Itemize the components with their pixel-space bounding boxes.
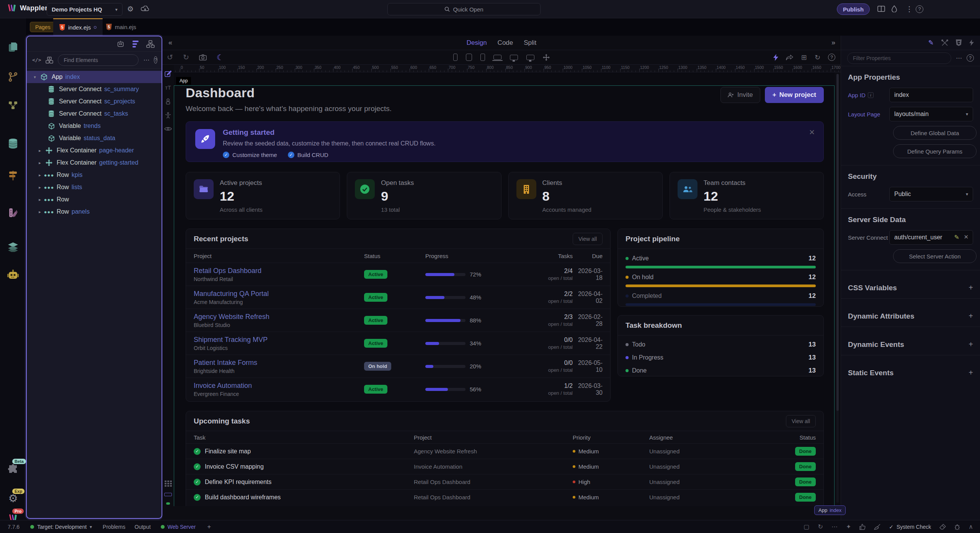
thumbs-up-icon[interactable] [859, 524, 866, 530]
project-link[interactable]: Retail Ops Dashboard [194, 267, 364, 275]
screenshot-camera-icon[interactable] [199, 54, 207, 60]
pages-panel-icon[interactable] [7, 41, 19, 53]
project-link[interactable]: Patient Intake Forms [194, 359, 364, 367]
close-icon[interactable]: ✕ [809, 128, 815, 137]
plus-icon[interactable]: + [969, 312, 973, 320]
chevron-right-icon[interactable]: ▸ [37, 173, 42, 178]
tree-item-row[interactable]: ▸ ●●● Row kpis [27, 169, 162, 181]
access-select[interactable]: Public▾ [889, 187, 973, 201]
tree-item-flex-container[interactable]: ▸ Flex Container page-header [27, 144, 162, 157]
text-format-icon[interactable]: ᴛT [165, 85, 171, 91]
target-selector[interactable]: Target: Development ▾ [30, 524, 92, 530]
ruler-toggle-icon[interactable] [164, 493, 172, 496]
tree-item-server-connect[interactable]: Server Connect sc_projects [27, 95, 162, 108]
section-dynamic-attributes[interactable]: Dynamic Attributes+ [848, 306, 973, 327]
edit-pencil-icon[interactable] [165, 70, 172, 77]
dark-mode-moon-icon[interactable]: ☾ [217, 53, 224, 62]
view-all-button[interactable]: View all [786, 415, 816, 427]
server-connect-input[interactable] [889, 230, 973, 245]
extensions-puzzle-icon[interactable] [7, 463, 19, 474]
plus-icon[interactable]: + [969, 283, 973, 292]
section-css-variables[interactable]: CSS Variables+ [848, 277, 973, 298]
layout-columns-icon[interactable] [877, 6, 885, 12]
filter-properties-input[interactable] [847, 52, 951, 64]
tree-item-variable[interactable]: Variable trends [27, 120, 162, 132]
window-icon[interactable]: ▢ [804, 523, 809, 530]
chevron-right-icon[interactable]: ▸ [37, 148, 42, 153]
sparkles-icon[interactable]: ✦ [846, 523, 851, 530]
bolt-icon[interactable] [969, 39, 974, 46]
open-in-browser-icon[interactable] [786, 54, 794, 60]
eraser-icon[interactable] [939, 524, 946, 530]
tree-item-app[interactable]: ▾ App index [27, 71, 162, 83]
layout-page-select[interactable]: layouts/main▾ [889, 107, 973, 121]
chevron-right-icon[interactable]: ▸ [37, 185, 42, 190]
element-anchor-icon[interactable] [166, 98, 170, 105]
clear-icon[interactable]: ✕ [964, 234, 969, 240]
collapse-right-icon[interactable]: » [831, 39, 835, 47]
more-options-icon[interactable]: ⋯ [143, 56, 149, 64]
tree-item-variable[interactable]: Variable status_data [27, 132, 162, 144]
code-icon[interactable]: </> [32, 57, 41, 63]
app-id-input[interactable] [889, 88, 973, 102]
accessibility-icon[interactable] [165, 112, 171, 119]
new-project-button[interactable]: + New project [765, 87, 824, 103]
phone-portrait-icon[interactable] [453, 54, 457, 61]
components-icon[interactable] [46, 57, 53, 64]
selected-element-breadcrumb[interactable]: App index [814, 505, 846, 515]
tree-item-row[interactable]: ▸ ●●● Row panels [27, 206, 162, 218]
more-options-icon[interactable]: ⋯ [956, 54, 962, 62]
git-branch-icon[interactable] [7, 71, 19, 83]
desktop-icon[interactable] [510, 55, 518, 60]
select-server-action-button[interactable]: Select Server Action [893, 249, 977, 263]
project-link[interactable]: Agency Website Refresh [194, 313, 364, 321]
laptop-icon[interactable] [493, 55, 501, 60]
plus-icon[interactable]: + [969, 368, 973, 377]
help-icon[interactable]: ? [916, 5, 923, 13]
css-shield-icon[interactable] [956, 39, 962, 46]
invite-button[interactable]: Invite [720, 87, 760, 103]
database-icon[interactable] [7, 138, 19, 149]
settings-gear-icon[interactable]: ⚙ [127, 5, 134, 13]
pages-button[interactable]: Pages [30, 22, 56, 32]
chevron-down-icon[interactable]: ▾ [32, 75, 38, 80]
dynamic-data-bolt-icon[interactable] [773, 54, 778, 61]
redo-icon[interactable]: ↻ [183, 53, 189, 62]
tree-item-row[interactable]: ▸ ●●● Row [27, 193, 162, 206]
cloud-download-icon[interactable] [141, 6, 149, 12]
grid-toggle-icon[interactable] [165, 481, 172, 487]
web-server-button[interactable]: Web Server [161, 524, 196, 530]
output-button[interactable]: Output [135, 524, 151, 530]
design-palette-icon[interactable] [7, 207, 19, 218]
quick-open-search[interactable]: Quick Open [387, 3, 541, 15]
system-check-button[interactable]: ✓System Check [889, 524, 931, 530]
eye-icon[interactable] [164, 126, 172, 131]
define-query-params-button[interactable]: Define Query Params [893, 144, 977, 158]
project-link[interactable]: Manufacturing QA Portal [194, 290, 364, 298]
qr-code-icon[interactable]: ⊞ [801, 53, 807, 62]
theme-drop-icon[interactable] [891, 5, 897, 12]
phone-icon[interactable] [480, 54, 485, 61]
tablet-icon[interactable] [466, 54, 472, 61]
project-link[interactable]: Invoice Automation [194, 382, 364, 390]
publish-button[interactable]: Publish [837, 3, 870, 15]
move-tool-icon[interactable] [543, 54, 550, 61]
undo-icon[interactable]: ↺ [167, 53, 173, 62]
tree-item-flex-container[interactable]: ▸ Flex Container getting-started [27, 157, 162, 169]
help-icon[interactable]: ? [828, 54, 835, 61]
tree-view-icon[interactable] [146, 40, 155, 48]
project-selector[interactable]: Demo Projects HQ ▾ [47, 3, 122, 16]
problems-button[interactable]: Problems [103, 524, 125, 530]
list-view-icon[interactable] [132, 41, 139, 47]
tools-icon[interactable] [941, 39, 948, 46]
layers-icon[interactable] [7, 241, 19, 253]
routes-signpost-icon[interactable] [7, 170, 19, 181]
find-elements-input[interactable] [58, 54, 139, 66]
chevron-right-icon[interactable]: ▸ [37, 209, 42, 214]
tree-item-server-connect[interactable]: Server Connect sc_tasks [27, 108, 162, 120]
refresh-icon[interactable]: ↻ [818, 523, 823, 530]
properties-edit-icon[interactable]: ✎ [928, 39, 934, 47]
view-all-button[interactable]: View all [573, 233, 603, 245]
plus-icon[interactable]: + [969, 340, 973, 349]
help-icon[interactable]: ? [154, 56, 157, 64]
